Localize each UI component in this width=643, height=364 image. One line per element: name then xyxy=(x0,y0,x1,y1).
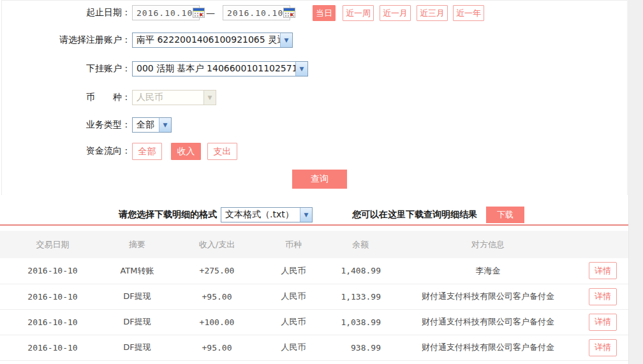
fund-flow-expense-button[interactable]: 支出 xyxy=(207,143,237,160)
currency-select: 人民币 ▼ xyxy=(132,90,216,105)
register-account-label: 请选择注册账户： xyxy=(0,34,131,46)
calendar-icon-today-mark xyxy=(290,13,293,16)
cell-summary: DF提现 xyxy=(105,335,169,360)
header-currency: 币种 xyxy=(265,231,322,258)
cell-date: 2016-10-10 xyxy=(0,309,105,335)
quick-range-year-button[interactable]: 近一年 xyxy=(453,5,484,21)
transactions-table: 交易日期 摘要 收入/支出 币种 余额 对方信息 2016-10-10 ATM转… xyxy=(0,231,628,361)
cell-currency: 人民币 xyxy=(265,309,322,335)
quick-range-today-button[interactable]: 当日 xyxy=(313,5,336,21)
register-account-value: 南平 6222001406100921065 灵通卡 xyxy=(137,34,280,46)
table-row: 2016-10-10 DF提现 +100.00 人民币 1,038.99 财付通… xyxy=(0,309,628,335)
cell-date: 2016-10-10 xyxy=(0,335,105,360)
cell-counterparty: 李海金 xyxy=(399,258,577,284)
cell-date: 2016-10-10 xyxy=(0,284,105,309)
cell-date: 2016-10-10 xyxy=(0,258,105,284)
detail-button[interactable]: 详情 xyxy=(589,288,617,305)
download-format-select[interactable]: 文本格式（.txt） ▼ xyxy=(221,207,313,222)
fund-flow-row: 资金流向： 全部 收入 支出 xyxy=(0,143,237,159)
query-button[interactable]: 查询 xyxy=(292,170,347,189)
calendar-icon[interactable] xyxy=(193,8,205,18)
transaction-query-page: 起止日期： 2016.10.10 — 2016.10.10 当日 近一周 近一月… xyxy=(0,0,643,364)
currency-value: 人民币 xyxy=(137,92,163,103)
date-range-label: 起止日期： xyxy=(0,7,131,18)
quick-range-week-button[interactable]: 近一周 xyxy=(343,5,374,21)
cell-amount: +100.00 xyxy=(169,309,265,335)
business-type-select[interactable]: 全部 ▼ xyxy=(132,117,172,133)
header-summary: 摘要 xyxy=(105,231,169,258)
header-date: 交易日期 xyxy=(0,231,105,258)
detail-button[interactable]: 详情 xyxy=(589,314,617,331)
download-hint: 您可以在这里下载查询明细结果 xyxy=(352,209,477,221)
cell-counterparty: 财付通支付科技有限公司客户备付金 xyxy=(399,335,577,360)
sub-account-row: 下挂账户： 000 活期 基本户 1406600101102571848 ▼ xyxy=(0,61,308,77)
quick-range-quarter-button[interactable]: 近三月 xyxy=(417,5,448,21)
end-date-value: 2016.10.10 xyxy=(227,8,283,18)
sub-account-value: 000 活期 基本户 1406600101102571848 xyxy=(137,63,295,75)
chevron-down-icon: ▼ xyxy=(159,118,171,132)
currency-label: 币 种： xyxy=(0,92,131,103)
download-bar: 请您选择下载明细的格式 文本格式（.txt） ▼ 您可以在这里下载查询明细结果 … xyxy=(119,206,524,224)
business-type-value: 全部 xyxy=(137,119,154,131)
cell-balance: 1,133.99 xyxy=(322,284,399,309)
calendar-icon-today-mark xyxy=(200,13,202,16)
cell-currency: 人民币 xyxy=(265,284,322,309)
fund-flow-all-button[interactable]: 全部 xyxy=(132,143,162,160)
chevron-down-icon: ▼ xyxy=(203,91,216,105)
cell-amount: +275.00 xyxy=(169,258,265,284)
calendar-icon-header xyxy=(284,8,295,11)
calendar-icon[interactable] xyxy=(283,8,295,18)
page-right-gutter xyxy=(628,0,643,364)
cell-counterparty: 财付通支付科技有限公司客户备付金 xyxy=(399,284,577,309)
currency-row: 币 种： 人民币 ▼ xyxy=(0,89,216,106)
cell-summary: DF提现 xyxy=(105,284,169,309)
cell-detail: 详情 xyxy=(577,284,628,309)
calendar-icon-header xyxy=(193,8,204,11)
cell-counterparty: 财付通支付科技有限公司客户备付金 xyxy=(399,309,577,335)
header-detail xyxy=(577,231,628,258)
business-type-row: 业务类型： 全部 ▼ xyxy=(0,117,172,133)
cell-detail: 详情 xyxy=(577,258,628,284)
start-date-value: 2016.10.10 xyxy=(137,8,193,18)
table-row: 2016-10-10 DF提现 +95.00 人民币 938.99 财付通支付科… xyxy=(0,335,628,360)
fund-flow-income-button[interactable]: 收入 xyxy=(171,143,201,160)
header-counterparty: 对方信息 xyxy=(399,231,577,258)
chevron-down-icon: ▼ xyxy=(295,62,307,76)
section-divider-line xyxy=(0,224,628,226)
download-format-label: 请您选择下载明细的格式 xyxy=(119,209,217,221)
fund-flow-label: 资金流向： xyxy=(0,145,131,157)
cell-currency: 人民币 xyxy=(265,335,322,360)
end-date-input[interactable]: 2016.10.10 xyxy=(223,5,290,20)
download-button[interactable]: 下载 xyxy=(486,207,524,223)
cell-detail: 详情 xyxy=(577,335,628,360)
detail-button[interactable]: 详情 xyxy=(589,262,617,279)
cell-currency: 人民币 xyxy=(265,258,322,284)
register-account-row: 请选择注册账户： 南平 6222001406100921065 灵通卡 ▼ xyxy=(0,32,293,48)
start-date-input[interactable]: 2016.10.10 xyxy=(132,5,200,20)
cell-amount: +95.00 xyxy=(169,284,265,309)
cell-amount: +95.00 xyxy=(169,335,265,360)
register-account-select[interactable]: 南平 6222001406100921065 灵通卡 ▼ xyxy=(132,33,293,48)
header-amount: 收入/支出 xyxy=(169,231,265,258)
download-format-value: 文本格式（.txt） xyxy=(225,209,294,221)
chevron-down-icon: ▼ xyxy=(300,208,312,222)
header-balance: 余额 xyxy=(322,231,399,258)
quick-range-month-button[interactable]: 近一月 xyxy=(380,5,411,21)
detail-button[interactable]: 详情 xyxy=(589,339,617,356)
date-range-row: 起止日期： 2016.10.10 — 2016.10.10 当日 近一周 近一月… xyxy=(0,4,484,21)
cell-summary: DF提现 xyxy=(105,309,169,335)
table-row: 2016-10-10 ATM转账 +275.00 人民币 1,408.99 李海… xyxy=(0,258,628,284)
sub-account-select[interactable]: 000 活期 基本户 1406600101102571848 ▼ xyxy=(132,61,308,76)
sub-account-label: 下挂账户： xyxy=(0,63,131,75)
cell-balance: 938.99 xyxy=(322,335,399,360)
business-type-label: 业务类型： xyxy=(0,119,131,131)
cell-balance: 1,408.99 xyxy=(322,258,399,284)
date-separator: — xyxy=(206,8,215,18)
cell-detail: 详情 xyxy=(577,309,628,335)
cell-summary: ATM转账 xyxy=(105,258,169,284)
chevron-down-icon: ▼ xyxy=(280,33,292,47)
table-row: 2016-10-10 DF提现 +95.00 人民币 1,133.99 财付通支… xyxy=(0,284,628,309)
table-header-row: 交易日期 摘要 收入/支出 币种 余额 对方信息 xyxy=(0,231,628,258)
cell-balance: 1,038.99 xyxy=(322,309,399,335)
